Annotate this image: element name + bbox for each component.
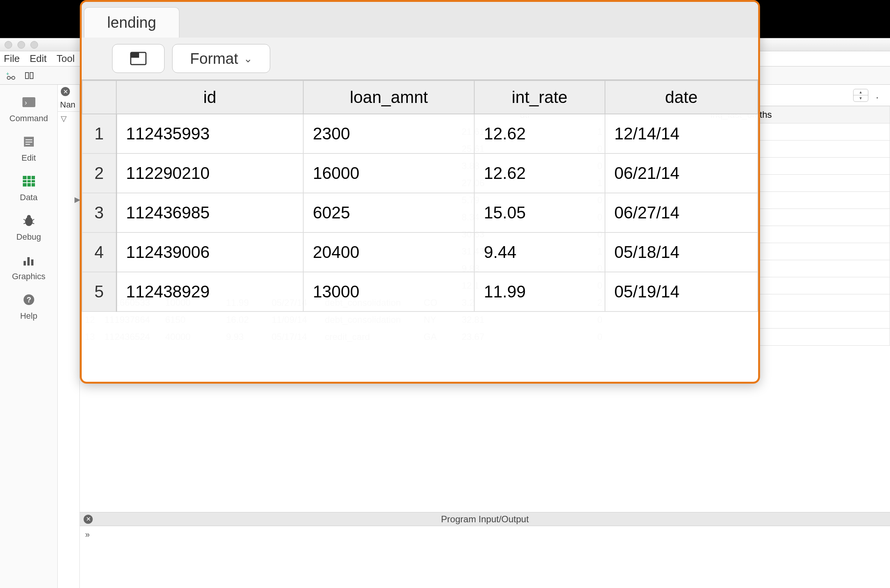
svg-text:?: ? (27, 296, 31, 304)
table-row[interactable]: 1112435993230012.6212/14/14 (82, 114, 758, 153)
cell-amt[interactable]: 16000 (303, 153, 474, 193)
svg-rect-5 (30, 73, 33, 79)
ov-col-rownum (82, 81, 116, 114)
overlay-tabstrip: lending (82, 2, 758, 38)
overlay-toolbar: Format ⌄ (82, 38, 758, 80)
cell-amt[interactable]: 13000 (303, 272, 474, 311)
row-number: 2 (82, 153, 116, 193)
svg-rect-24 (27, 257, 30, 266)
ov-col-id[interactable]: id (116, 81, 303, 114)
zoom-overlay: lending Format ⌄ id loan_amnt int_rate d… (80, 0, 760, 384)
name-panel: ✕ Nan ▽ (58, 85, 80, 588)
row-number: 5 (82, 272, 116, 311)
cell-rate[interactable]: 11.99 (474, 272, 605, 311)
cell-rate[interactable]: 12.62 (474, 114, 605, 153)
cell-amt[interactable]: 20400 (303, 232, 474, 272)
cell-rate[interactable]: 9.44 (474, 232, 605, 272)
cell-id[interactable]: 112439006 (116, 232, 303, 272)
row-number: 1 (82, 114, 116, 153)
svg-line-21 (24, 223, 26, 224)
row-number: 3 (82, 193, 116, 232)
sidebar: › Command Edit Data Debug (0, 85, 58, 588)
table-row[interactable]: 51124389291300011.9905/19/14 (82, 272, 758, 311)
traffic-zoom[interactable] (30, 41, 38, 49)
svg-rect-4 (25, 73, 29, 79)
sidebar-item-command[interactable]: › Command (0, 94, 57, 123)
svg-text:›: › (25, 99, 27, 106)
bug-icon (21, 212, 37, 229)
menu-edit[interactable]: Edit (30, 53, 47, 65)
document-icon (21, 133, 37, 150)
chart-icon (21, 252, 37, 269)
svg-rect-29 (131, 52, 139, 58)
table-row[interactable]: 21122902101600012.6206/21/14 (82, 153, 758, 193)
ov-col-amt[interactable]: loan_amnt (303, 81, 474, 114)
toolbar-icon-1[interactable]: + (5, 70, 16, 81)
cell-rate[interactable]: 12.62 (474, 153, 605, 193)
overlay-tab-lending[interactable]: lending (84, 7, 179, 38)
traffic-minimize[interactable] (17, 41, 25, 49)
close-output-icon[interactable]: ✕ (84, 515, 93, 524)
ov-col-date[interactable]: date (605, 81, 758, 114)
svg-point-18 (27, 215, 31, 219)
output-prompt[interactable]: » (80, 526, 890, 544)
table-row[interactable]: 4112439006204009.4405/18/14 (82, 232, 758, 272)
sidebar-item-graphics[interactable]: Graphics (0, 252, 57, 281)
overlay-data-table[interactable]: id loan_amnt int_rate date 1112435993230… (82, 80, 758, 312)
output-panel: ✕ Program Input/Output » (80, 512, 890, 588)
cell-date[interactable]: 06/27/14 (605, 193, 758, 232)
cell-rate[interactable]: 15.05 (474, 193, 605, 232)
ov-col-rate[interactable]: int_rate (474, 81, 605, 114)
svg-text:+: + (6, 71, 9, 77)
svg-point-1 (7, 76, 10, 79)
help-icon: ? (21, 291, 37, 308)
sidebar-item-debug[interactable]: Debug (0, 212, 57, 242)
traffic-close[interactable] (5, 41, 12, 49)
svg-point-2 (12, 76, 15, 79)
cell-amt[interactable]: 2300 (303, 114, 474, 153)
svg-rect-12 (23, 176, 35, 187)
cell-id[interactable]: 112438929 (116, 272, 303, 311)
cell-date[interactable]: 05/18/14 (605, 232, 758, 272)
cell-amt[interactable]: 6025 (303, 193, 474, 232)
cell-id[interactable]: 112435993 (116, 114, 303, 153)
format-dropdown[interactable]: Format ⌄ (172, 44, 270, 73)
cell-id[interactable]: 112290210 (116, 153, 303, 193)
page-stepper[interactable]: ▲▼ (853, 89, 868, 102)
expand-panel-icon[interactable]: ▶ (74, 195, 80, 204)
toolbar-icon-2[interactable] (24, 70, 35, 81)
stepper-label: . (876, 89, 879, 101)
output-title: Program Input/Output (80, 514, 890, 525)
cell-date[interactable]: 12/14/14 (605, 114, 758, 153)
row-number: 4 (82, 232, 116, 272)
svg-rect-25 (31, 259, 33, 266)
cell-id[interactable]: 112436985 (116, 193, 303, 232)
chevron-down-icon: ⌄ (244, 52, 252, 65)
sidebar-item-help[interactable]: ? Help (0, 291, 57, 321)
layout-toggle-button[interactable] (112, 44, 165, 73)
menu-tools[interactable]: Tool (57, 53, 75, 65)
filter-dropdown-icon[interactable]: ▽ (58, 112, 79, 125)
svg-rect-23 (24, 261, 26, 266)
cell-date[interactable]: 05/19/14 (605, 272, 758, 311)
table-icon (21, 173, 37, 190)
sidebar-item-edit[interactable]: Edit (0, 133, 57, 163)
sidebar-item-data[interactable]: Data (0, 173, 57, 202)
menu-file[interactable]: File (4, 53, 20, 65)
svg-line-22 (32, 223, 34, 224)
table-row[interactable]: 3112436985602515.0506/27/14 (82, 193, 758, 232)
terminal-icon: › (21, 94, 37, 111)
close-panel-icon[interactable]: ✕ (61, 87, 70, 96)
cell-date[interactable]: 06/21/14 (605, 153, 758, 193)
